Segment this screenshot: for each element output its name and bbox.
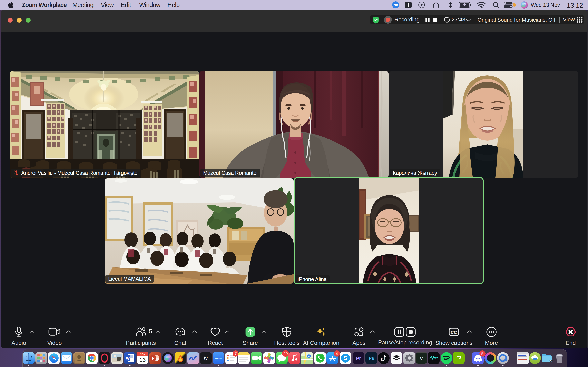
svg-text:P: P xyxy=(152,356,154,360)
svg-text:Ps: Ps xyxy=(369,356,374,361)
svg-text:Pr: Pr xyxy=(356,356,361,361)
svg-text:CC: CC xyxy=(451,330,457,334)
svg-text:zoom: zoom xyxy=(215,357,222,360)
svg-text:zm: zm xyxy=(393,3,398,7)
svg-text:S: S xyxy=(344,355,347,361)
svg-text:V: V xyxy=(420,356,424,361)
svg-text:13: 13 xyxy=(139,357,146,363)
svg-text:NOV: NOV xyxy=(140,353,145,356)
svg-text:W: W xyxy=(126,356,130,360)
svg-text:tv: tv xyxy=(204,356,208,360)
